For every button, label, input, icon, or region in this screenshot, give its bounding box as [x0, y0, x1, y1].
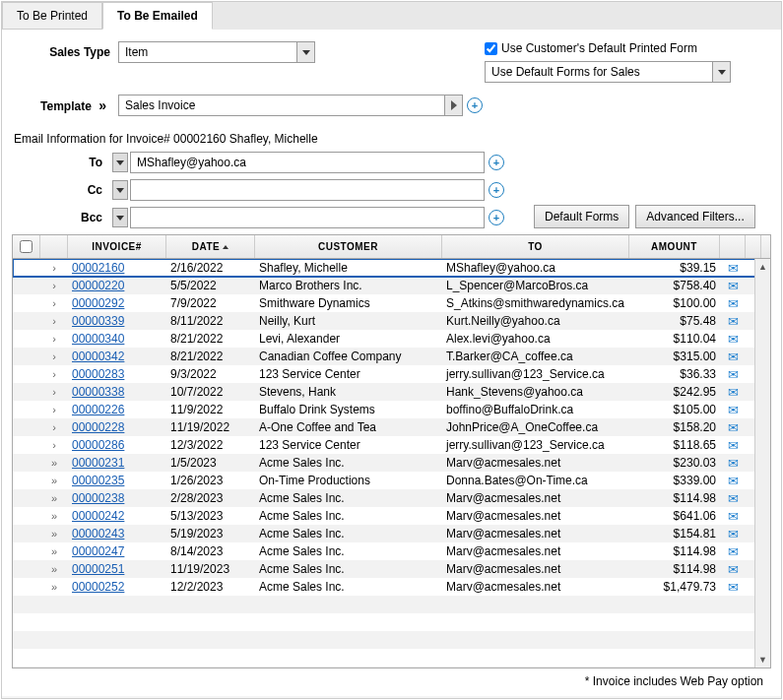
mail-icon[interactable]: ✉ — [720, 580, 746, 595]
mail-icon[interactable]: ✉ — [720, 456, 746, 471]
table-row[interactable]: ›0000028612/3/2022123 Service Centerjerr… — [13, 436, 770, 454]
mail-icon[interactable]: ✉ — [720, 332, 746, 347]
mail-icon[interactable]: ✉ — [720, 474, 746, 488]
mail-icon[interactable]: ✉ — [720, 562, 746, 577]
expand-icon[interactable]: › — [40, 297, 68, 309]
template-dropdown[interactable]: Sales Invoice — [118, 95, 463, 116]
invoice-link[interactable]: 00000286 — [68, 438, 166, 452]
expand-icon[interactable]: » — [40, 545, 68, 557]
select-all-checkbox[interactable] — [20, 240, 33, 253]
mail-icon[interactable]: ✉ — [720, 350, 746, 364]
expand-icon[interactable]: › — [40, 350, 68, 362]
table-row[interactable]: »000002382/28/2023Acme Sales Inc.Marv@ac… — [13, 489, 770, 507]
chevron-down-icon[interactable] — [296, 42, 314, 62]
default-forms-button[interactable]: Default Forms — [534, 205, 629, 228]
mail-icon[interactable]: ✉ — [720, 491, 746, 506]
table-row[interactable]: »0000025111/19/2023Acme Sales Inc.Marv@a… — [13, 560, 770, 578]
invoice-link[interactable]: 00000247 — [68, 544, 166, 558]
expand-icon[interactable]: › — [40, 404, 68, 415]
triangle-right-icon[interactable] — [444, 95, 462, 115]
default-forms-dropdown[interactable]: Use Default Forms for Sales — [485, 61, 731, 83]
invoice-link[interactable]: 00000251 — [68, 562, 166, 576]
scroll-down-icon[interactable]: ▼ — [755, 652, 770, 668]
expand-icon[interactable]: › — [40, 386, 68, 398]
tab-to-be-emailed[interactable]: To Be Emailed — [102, 2, 213, 30]
expand-icon[interactable]: » — [40, 492, 68, 504]
mail-icon[interactable]: ✉ — [720, 367, 746, 382]
expand-icon[interactable]: » — [40, 510, 68, 522]
sales-type-dropdown[interactable]: Item — [118, 41, 315, 63]
invoice-link[interactable]: 00000340 — [68, 332, 166, 346]
table-row[interactable]: ›0000022811/19/2022A-One Coffee and TeaJ… — [13, 418, 770, 436]
invoice-link[interactable]: 00000220 — [68, 279, 166, 292]
col-invoice[interactable]: INVOICE# — [68, 235, 166, 258]
table-row[interactable]: »000002425/13/2023Acme Sales Inc.Marv@ac… — [13, 507, 770, 525]
mail-icon[interactable]: ✉ — [720, 509, 746, 524]
mail-icon[interactable]: ✉ — [720, 385, 746, 400]
advanced-filters-button[interactable]: Advanced Filters... — [635, 205, 754, 228]
col-customer[interactable]: CUSTOMER — [255, 235, 442, 258]
tab-to-be-printed[interactable]: To Be Printed — [2, 2, 102, 30]
table-row[interactable]: ›000002205/5/2022Marco Brothers Inc.L_Sp… — [13, 277, 770, 294]
col-date[interactable]: DATE — [166, 235, 255, 258]
expand-icon[interactable]: » — [40, 563, 68, 575]
cc-dropdown-button[interactable] — [112, 180, 128, 200]
add-to-button[interactable]: + — [489, 155, 504, 170]
invoice-link[interactable]: 00000235 — [68, 474, 166, 487]
mail-icon[interactable]: ✉ — [720, 420, 746, 435]
mail-icon[interactable]: ✉ — [720, 438, 746, 453]
expand-icon[interactable]: » — [40, 457, 68, 469]
invoice-link[interactable]: 00000342 — [68, 350, 166, 363]
invoice-link[interactable]: 00000283 — [68, 367, 166, 381]
table-row[interactable]: »000002478/14/2023Acme Sales Inc.Marv@ac… — [13, 542, 770, 560]
col-amount[interactable]: AMOUNT — [629, 235, 720, 258]
invoice-link[interactable]: 00002160 — [68, 261, 166, 275]
bcc-dropdown-button[interactable] — [112, 208, 128, 227]
expand-icon[interactable]: › — [40, 315, 68, 327]
expand-icon[interactable]: › — [40, 439, 68, 451]
invoice-link[interactable]: 00000242 — [68, 509, 166, 523]
mail-icon[interactable]: ✉ — [720, 296, 746, 311]
table-row[interactable]: ›000021602/16/2022Shafley, MichelleMShaf… — [13, 259, 770, 277]
mail-icon[interactable]: ✉ — [720, 314, 746, 329]
table-row[interactable]: ›0000033810/7/2022Stevens, HankHank_Stev… — [13, 383, 770, 401]
expand-icon[interactable]: » — [40, 475, 68, 486]
table-row[interactable]: ›000003428/21/2022Canadian Coffee Compan… — [13, 348, 770, 365]
invoice-link[interactable]: 00000226 — [68, 403, 166, 416]
invoice-link[interactable]: 00000231 — [68, 456, 166, 470]
invoice-link[interactable]: 00000339 — [68, 314, 166, 328]
expand-icon[interactable]: › — [40, 421, 68, 433]
table-row[interactable]: ›000002927/9/2022Smithware DynamicsS_Atk… — [13, 294, 770, 312]
expand-icon[interactable]: » — [40, 581, 68, 593]
invoice-link[interactable]: 00000292 — [68, 296, 166, 310]
add-template-button[interactable]: + — [467, 97, 483, 113]
use-default-printed-form-checkbox[interactable] — [485, 42, 497, 55]
mail-icon[interactable]: ✉ — [720, 279, 746, 293]
expand-icon[interactable]: › — [40, 280, 68, 291]
invoice-link[interactable]: 00000252 — [68, 580, 166, 594]
cc-input[interactable] — [130, 179, 485, 201]
table-row[interactable]: »000002435/19/2023Acme Sales Inc.Marv@ac… — [13, 525, 770, 542]
mail-icon[interactable]: ✉ — [720, 261, 746, 276]
invoice-link[interactable]: 00000238 — [68, 491, 166, 505]
mail-icon[interactable]: ✉ — [720, 544, 746, 559]
table-row[interactable]: ›0000022611/9/2022Buffalo Drink Systemsb… — [13, 401, 770, 418]
table-row[interactable]: ›000003398/11/2022Neilly, KurtKurt.Neill… — [13, 312, 770, 330]
bcc-input[interactable] — [130, 207, 485, 228]
expand-icon[interactable]: » — [40, 528, 68, 540]
add-bcc-button[interactable]: + — [489, 210, 504, 225]
mail-icon[interactable]: ✉ — [720, 403, 746, 417]
expand-icon[interactable]: › — [40, 262, 68, 274]
col-to[interactable]: TO — [442, 235, 629, 258]
table-row[interactable]: ›000002839/3/2022123 Service Centerjerry… — [13, 365, 770, 383]
to-dropdown-button[interactable] — [112, 153, 128, 172]
table-row[interactable]: »000002311/5/2023Acme Sales Inc.Marv@acm… — [13, 454, 770, 472]
chevron-down-icon[interactable] — [712, 62, 730, 82]
add-cc-button[interactable]: + — [489, 182, 504, 198]
scroll-up-icon[interactable]: ▲ — [755, 259, 770, 275]
col-checkbox[interactable] — [13, 235, 40, 258]
invoice-link[interactable]: 00000228 — [68, 420, 166, 434]
mail-icon[interactable]: ✉ — [720, 527, 746, 541]
table-row[interactable]: »0000025212/2/2023Acme Sales Inc.Marv@ac… — [13, 578, 770, 596]
expand-icon[interactable]: › — [40, 368, 68, 380]
